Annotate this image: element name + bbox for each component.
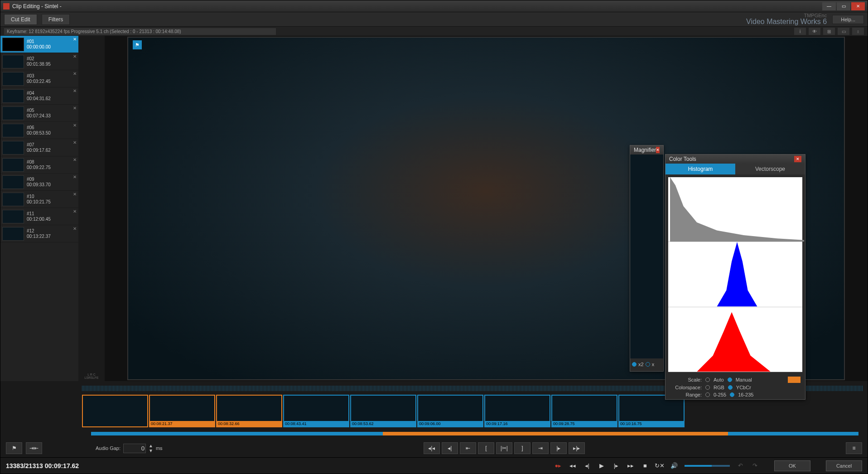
filters-tab[interactable]: Filters [42,14,70,25]
clip-item[interactable]: #11 00:12:00.45 ✕ [0,208,78,225]
info-icon[interactable]: i [794,28,806,35]
display-icon[interactable]: ▭ [838,28,849,35]
step-fwd-button[interactable]: ⇥ [532,442,549,454]
next-frame-button[interactable]: |▸ [550,442,567,454]
position-readout: 13383/21313 00:09:17.62 [6,462,79,469]
color-tools-panel[interactable]: Color Tools✕ Histogram Vectorscope Scale… [665,154,805,400]
app-icon [3,3,10,10]
magnifier-view [630,155,663,358]
clip-close-icon[interactable]: ✕ [73,192,77,197]
clip-close-icon[interactable]: ✕ [73,140,77,145]
redo-button[interactable]: ↷ [751,462,759,470]
colorspace-rgb-radio[interactable] [705,385,710,390]
color-tools-title: Color Tools [669,156,696,162]
mark-in-button[interactable]: [ [478,442,494,454]
clip-close-icon[interactable]: ✕ [73,209,77,214]
rewind-button[interactable]: ◂◂ [569,462,577,470]
clip-close-icon[interactable]: ✕ [73,88,77,93]
clip-number: #11 [27,211,51,217]
prev-button[interactable]: ◂| [583,462,591,470]
timeline-thumb[interactable]: 00:09:28.75 [551,395,617,427]
thumb-timecode: 00:08:32.66 [217,421,281,426]
clip-item[interactable]: #03 00:03:22.45 ✕ [0,70,78,87]
marker-flag-icon[interactable]: ⚑ [133,40,142,49]
record-icon[interactable]: ●▸ [554,462,562,470]
clip-close-icon[interactable]: ✕ [73,123,77,128]
loop-button[interactable]: ↻✕ [656,462,664,470]
clip-item[interactable]: #06 00:08:53.50 ✕ [0,122,78,139]
histogram-tab[interactable]: Histogram [665,164,735,174]
cut-button[interactable]: |✂| [496,442,512,454]
clip-close-icon[interactable]: ✕ [73,226,77,231]
clip-timecode: 00:03:22.45 [27,79,51,84]
magnifier-zoom-in-radio[interactable] [632,362,637,367]
clip-item[interactable]: #12 00:13:22.37 ✕ [0,225,78,242]
cut-edit-tab[interactable]: Cut Edit [4,14,37,25]
range-16-235-radio[interactable] [730,392,734,397]
magnifier-zoom-out-radio[interactable] [646,362,650,367]
scale-manual-radio[interactable] [728,377,732,382]
ok-button[interactable]: OK [774,460,810,471]
clip-item[interactable]: #07 00:09:17.62 ✕ [0,139,78,156]
volume-icon[interactable]: 🔊 [670,462,678,470]
clip-item[interactable]: #01 00:00:00.00 ✕ [0,36,78,53]
clip-item[interactable]: #05 00:07:24.33 ✕ [0,105,78,122]
timeline-thumb[interactable]: 00:08:32.66 [216,395,282,427]
close-icon[interactable]: ✕ [794,156,801,162]
clip-close-icon[interactable]: ✕ [73,157,77,162]
timeline-thumb[interactable]: 00:08:43.41 [283,395,349,427]
clip-item[interactable]: #10 00:10:21.75 ✕ [0,191,78,208]
step-back-button[interactable]: ⇤ [460,442,476,454]
cancel-button[interactable]: Cancel [826,460,862,471]
clip-close-icon[interactable]: ✕ [73,37,77,42]
clip-close-icon[interactable]: ✕ [73,106,77,111]
magnifier-panel[interactable]: Magnifier✕ x2 x [630,145,664,372]
close-icon[interactable]: ✕ [656,147,660,153]
timeline-scrubber[interactable] [0,428,868,439]
clip-close-icon[interactable]: ✕ [73,71,77,76]
clip-number: #06 [27,125,51,131]
list-button[interactable]: ≡ [846,442,862,454]
volume-slider[interactable] [685,465,730,467]
timeline-thumbnails[interactable]: 00:08:21.3700:08:32.6600:08:43.4100:08:5… [0,395,868,428]
scale-auto-radio[interactable] [705,377,710,382]
colorspace-ycbcr-radio[interactable] [728,385,733,390]
timeline-thumb[interactable]: 00:09:06.00 [417,395,483,427]
clip-close-icon[interactable]: ✕ [73,54,77,59]
scale-slider[interactable] [788,377,800,383]
thumb-timecode: 00:08:21.37 [150,421,214,426]
histogram-display [668,177,802,372]
vectorscope-tab[interactable]: Vectorscope [735,164,805,174]
next-button[interactable]: |▸ [612,462,620,470]
prev-frame-button[interactable]: ◂| [442,442,458,454]
mark-out-button[interactable]: ] [514,442,530,454]
help-button[interactable]: Help... [832,15,864,24]
clip-item[interactable]: #02 00:01:38.95 ✕ [0,53,78,70]
timeline-thumb[interactable] [82,395,148,427]
clip-close-icon[interactable]: ✕ [73,174,77,179]
timeline-thumb[interactable]: 00:08:21.37 [149,395,215,427]
edit-controls: ⚑ ⇥⇤ Audio Gap: ▲▼ ms ◂|◂ ◂| ⇤ [ |✂| ] ⇥… [0,439,868,457]
thumb-timecode: 00:09:17.16 [485,421,550,426]
clip-item[interactable]: #08 00:09:22.75 ✕ [0,156,78,174]
stop-button[interactable]: ■ [641,462,649,470]
eye-icon[interactable]: 👁 [809,28,820,35]
goto-start-button[interactable]: ◂|◂ [424,442,440,454]
undo-button[interactable]: ↶ [736,462,744,470]
clip-item[interactable]: #09 00:09:33.70 ✕ [0,174,78,191]
range-0-255-radio[interactable] [705,392,710,397]
timeline-thumb[interactable]: 00:09:17.16 [484,395,550,427]
audio-gap-input[interactable] [123,444,146,453]
split-button[interactable]: ⇥⇤ [26,442,42,454]
ffwd-button[interactable]: ▸▸ [627,462,635,470]
timeline-thumb[interactable]: 00:08:53.62 [350,395,416,427]
play-button[interactable]: ▶ [598,462,606,470]
goto-end-button[interactable]: ▸|▸ [569,442,585,454]
fit-icon[interactable]: ⊞ [823,28,835,35]
close-button[interactable]: ✕ [851,2,865,10]
minimize-button[interactable]: — [822,2,836,10]
set-marker-button[interactable]: ⚑ [6,442,22,454]
maximize-button[interactable]: ▭ [837,2,850,10]
expand-icon[interactable]: ↕ [852,28,864,35]
clip-item[interactable]: #04 00:04:31.62 ✕ [0,87,78,105]
